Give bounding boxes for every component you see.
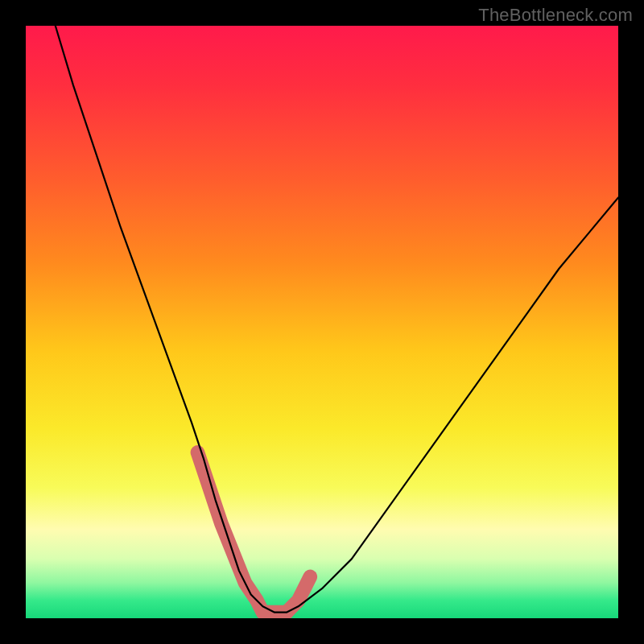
watermark-text: TheBottleneck.com xyxy=(478,5,633,26)
bottleneck-curve xyxy=(56,26,618,613)
chart-stage: TheBottleneck.com xyxy=(0,0,644,644)
highlight-segments xyxy=(197,452,310,613)
chart-plot-area xyxy=(26,26,618,618)
chart-curve-layer xyxy=(26,26,618,618)
